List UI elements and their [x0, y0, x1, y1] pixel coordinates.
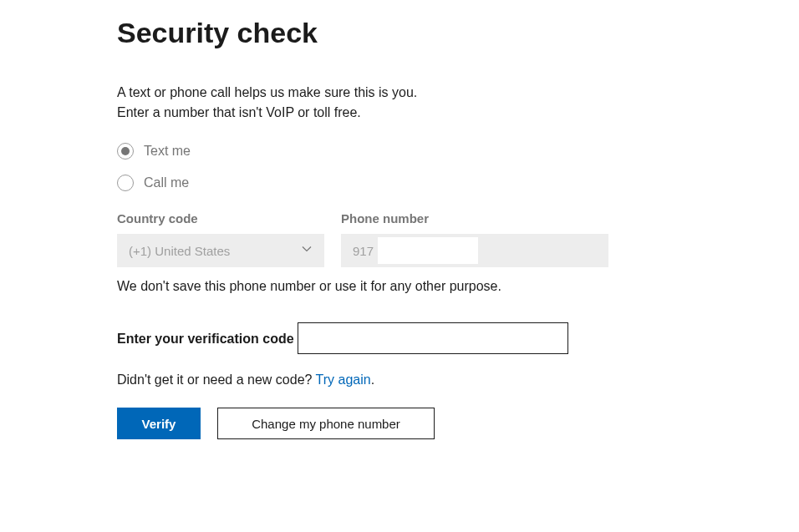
country-value: (+1) United States: [129, 244, 301, 258]
radio-label-text: Text me: [144, 144, 191, 159]
retry-text: Didn't get it or need a new code? Try ag…: [117, 372, 682, 388]
button-row: Verify Change my phone number: [117, 408, 682, 439]
chevron-down-icon: [301, 243, 313, 258]
country-select[interactable]: (+1) United States: [117, 234, 324, 267]
change-phone-button[interactable]: Change my phone number: [217, 408, 435, 439]
disclaimer-text: We don't save this phone number or use i…: [117, 279, 682, 294]
phone-group: Phone number 917: [341, 211, 608, 267]
verify-button[interactable]: Verify: [117, 408, 201, 439]
radio-call-me[interactable]: Call me: [117, 175, 682, 191]
verification-code-input[interactable]: [298, 322, 568, 354]
radio-icon: [117, 143, 134, 160]
retry-suffix: .: [371, 372, 374, 387]
radio-label-call: Call me: [144, 175, 189, 190]
page-title: Security check: [117, 17, 682, 49]
phone-label: Phone number: [341, 211, 608, 225]
phone-input[interactable]: 917: [341, 234, 608, 267]
try-again-link[interactable]: Try again: [316, 372, 371, 387]
radio-icon: [117, 175, 134, 191]
phone-redacted-region: [378, 237, 478, 264]
phone-value: 917: [353, 244, 374, 258]
retry-prefix: Didn't get it or need a new code?: [117, 372, 316, 387]
verification-label: Enter your verification code: [117, 332, 294, 346]
contact-method-group: Text me Call me: [117, 143, 682, 191]
radio-text-me[interactable]: Text me: [117, 143, 682, 160]
intro-line1: A text or phone call helps us make sure …: [117, 85, 417, 99]
country-label: Country code: [117, 211, 324, 225]
intro-text: A text or phone call helps us make sure …: [117, 83, 682, 123]
country-group: Country code (+1) United States: [117, 211, 324, 267]
intro-line2: Enter a number that isn't VoIP or toll f…: [117, 105, 361, 119]
phone-form-row: Country code (+1) United States Phone nu…: [117, 211, 682, 267]
